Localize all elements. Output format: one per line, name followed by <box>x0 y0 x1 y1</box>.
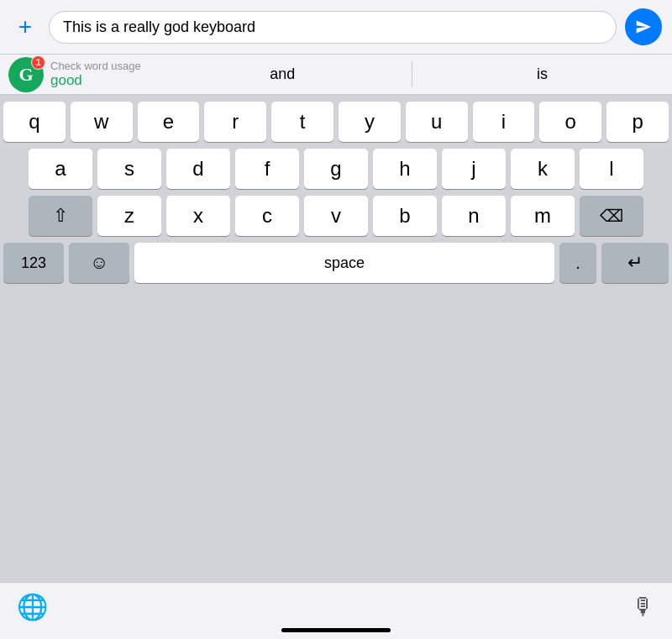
top-bar: + <box>0 0 672 55</box>
key-row-1: q w e r t y u i o p <box>3 102 669 142</box>
autocomplete-word-is[interactable]: is <box>412 55 672 94</box>
send-icon <box>635 18 652 35</box>
suggestion-label: Check word usage <box>50 60 141 72</box>
add-button[interactable]: + <box>10 13 40 40</box>
key-s[interactable]: s <box>97 149 161 189</box>
home-indicator <box>281 628 391 632</box>
grammarly-badge: 1 <box>31 55 45 70</box>
key-c[interactable]: c <box>235 196 299 236</box>
key-a[interactable]: a <box>29 149 92 189</box>
key-row-4: 123 ☺ space . ↵ <box>3 243 669 283</box>
key-g[interactable]: g <box>304 149 368 189</box>
shift-key[interactable]: ⇧ <box>29 196 92 236</box>
suggestion-value: good <box>50 72 141 89</box>
keyboard: q w e r t y u i o p a s d f g h j k l ⇧ … <box>0 95 672 582</box>
key-v[interactable]: v <box>304 196 368 236</box>
key-j[interactable]: j <box>442 149 506 189</box>
send-button[interactable] <box>625 8 662 45</box>
autocomplete-bar: G 1 Check word usage good and is <box>0 55 672 95</box>
key-h[interactable]: h <box>373 149 437 189</box>
message-input[interactable] <box>63 18 602 36</box>
key-b[interactable]: b <box>373 196 437 236</box>
key-p[interactable]: p <box>606 102 669 142</box>
autocomplete-word-and[interactable]: and <box>153 55 412 94</box>
grammarly-suggestion[interactable]: G 1 Check word usage good <box>0 55 153 94</box>
grammarly-icon: G 1 <box>8 57 44 92</box>
return-key[interactable]: ↵ <box>601 243 669 283</box>
space-key[interactable]: space <box>134 243 554 283</box>
key-t[interactable]: t <box>271 102 333 142</box>
key-q[interactable]: q <box>3 102 66 142</box>
key-m[interactable]: m <box>511 196 575 236</box>
microphone-icon[interactable]: 🎙 <box>632 593 655 621</box>
suggestion-text: Check word usage good <box>50 60 141 89</box>
key-z[interactable]: z <box>97 196 161 236</box>
key-o[interactable]: o <box>539 102 601 142</box>
key-d[interactable]: d <box>166 149 230 189</box>
key-i[interactable]: i <box>473 102 535 142</box>
key-f[interactable]: f <box>235 149 299 189</box>
emoji-key[interactable]: ☺ <box>69 243 129 283</box>
numbers-key[interactable]: 123 <box>3 243 64 283</box>
key-y[interactable]: y <box>339 102 401 142</box>
period-key[interactable]: . <box>559 243 596 283</box>
text-input-container <box>49 11 617 44</box>
key-row-2: a s d f g h j k l <box>3 149 669 189</box>
key-k[interactable]: k <box>511 149 575 189</box>
key-l[interactable]: l <box>580 149 643 189</box>
delete-key[interactable]: ⌫ <box>580 196 643 236</box>
key-row-3: ⇧ z x c v b n m ⌫ <box>3 196 669 236</box>
globe-icon[interactable]: 🌐 <box>17 592 48 621</box>
key-u[interactable]: u <box>406 102 468 142</box>
bottom-bar: 🌐 🎙 <box>0 582 672 639</box>
key-r[interactable]: r <box>204 102 266 142</box>
key-e[interactable]: e <box>138 102 200 142</box>
key-w[interactable]: w <box>71 102 133 142</box>
key-n[interactable]: n <box>442 196 506 236</box>
key-x[interactable]: x <box>166 196 230 236</box>
